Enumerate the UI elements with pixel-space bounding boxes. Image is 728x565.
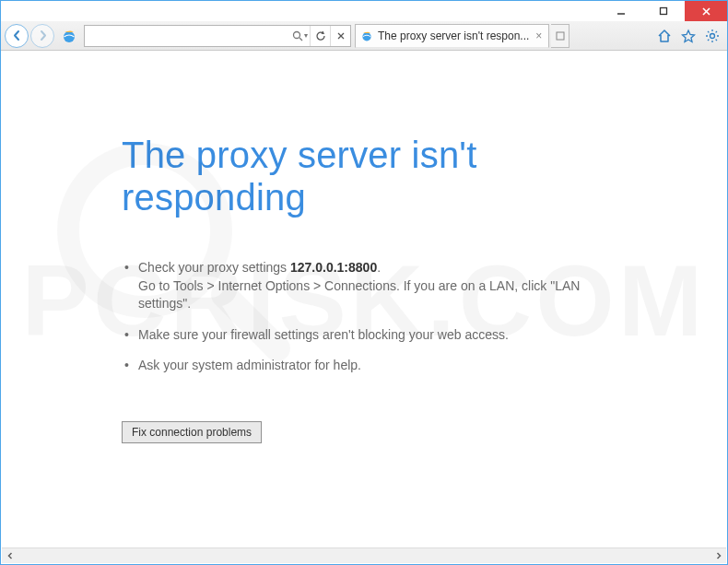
svg-rect-10	[557, 32, 564, 40]
scroll-right-button[interactable]	[710, 548, 726, 563]
browser-tab[interactable]: The proxy server isn't respon... ×	[355, 24, 549, 48]
bullet-firewall: Make sure your firewall settings aren't …	[122, 326, 619, 345]
home-icon[interactable]	[653, 25, 675, 47]
back-button[interactable]	[5, 24, 29, 48]
svg-line-6	[299, 38, 302, 41]
url-input[interactable]	[85, 26, 289, 46]
stop-icon[interactable]	[330, 26, 350, 46]
svg-point-4	[64, 31, 75, 42]
ie-logo-icon	[59, 26, 79, 46]
tab-title: The proxy server isn't respon...	[378, 29, 529, 42]
settings-icon[interactable]	[701, 25, 723, 47]
fix-connection-button[interactable]: Fix connection problems	[122, 421, 262, 443]
scroll-track[interactable]	[18, 548, 710, 563]
bullet1-line2: Go to Tools > Internet Options > Connect…	[138, 278, 580, 312]
svg-point-9	[362, 32, 370, 41]
horizontal-scrollbar[interactable]	[2, 547, 726, 563]
window-titlebar	[1, 1, 727, 21]
proxy-address: 127.0.0.1:8800	[290, 260, 377, 275]
ie-favicon-icon	[359, 29, 374, 43]
minimize-button[interactable]	[600, 1, 642, 21]
tab-close-button[interactable]: ×	[533, 29, 545, 42]
page-content: PCRISK.COM The proxy server isn't respon…	[2, 51, 726, 547]
svg-rect-1	[661, 8, 667, 15]
svg-point-5	[293, 31, 299, 38]
bullet-check-proxy: Check your proxy settings 127.0.0.1:8800…	[122, 259, 619, 313]
new-tab-button[interactable]	[551, 24, 569, 48]
scroll-left-button[interactable]	[2, 548, 18, 563]
favorites-icon[interactable]	[677, 25, 699, 47]
refresh-icon[interactable]	[310, 26, 330, 46]
maximize-button[interactable]	[642, 1, 685, 21]
bullet1-suffix: .	[377, 260, 381, 275]
error-bullets: Check your proxy settings 127.0.0.1:8800…	[122, 259, 619, 375]
search-icon[interactable]: ▾	[289, 26, 310, 46]
error-heading: The proxy server isn't responding	[122, 134, 619, 218]
browser-toolbar: ▾ The proxy server isn't respon... ×	[1, 21, 727, 51]
svg-point-11	[710, 33, 715, 38]
close-button[interactable]	[685, 1, 727, 21]
address-bar[interactable]: ▾	[84, 25, 351, 47]
forward-button[interactable]	[30, 24, 54, 48]
bullet1-prefix: Check your proxy settings	[138, 260, 290, 275]
bullet-admin: Ask your system administrator for help.	[122, 357, 619, 375]
